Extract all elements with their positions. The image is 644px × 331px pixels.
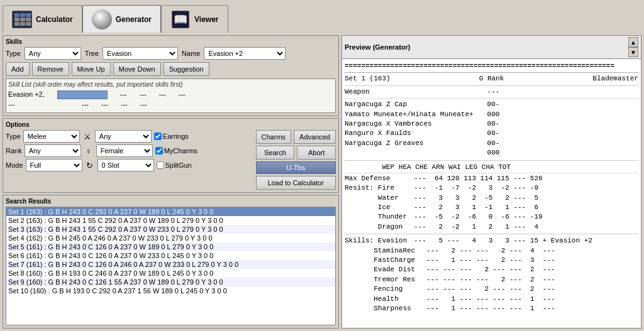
suggestion-button[interactable]: Suggestion [164, 62, 209, 76]
move-down-button[interactable]: Move Down [113, 62, 161, 76]
skill-name-2: --- [8, 100, 15, 108]
mycharms-checkbox[interactable] [155, 147, 163, 155]
skill-bar-1 [57, 90, 108, 99]
rank-label: Rank [6, 147, 22, 155]
options-any-dropdown[interactable]: Any [95, 130, 152, 143]
name-label: Name [182, 50, 200, 57]
options-type-dropdown[interactable]: Melee [23, 130, 80, 143]
skill-list-box: Skill List (skill order may affect resul… [6, 79, 336, 113]
calculator-icon [12, 9, 32, 30]
options-type-label: Type [6, 133, 21, 140]
tab-calculator-label: Calculator [36, 15, 73, 24]
type-label: Type [6, 50, 21, 57]
earrings-label: Earrings [163, 133, 189, 140]
remove-button[interactable]: Remove [32, 62, 69, 76]
skills-name-dropdown[interactable]: Evasion +2 [204, 47, 286, 60]
options-row1: Type Melee ⚔ Any Earrings [6, 130, 253, 143]
left-panel: Skills Type Any Tree Evasion Name Evasio… [3, 35, 339, 328]
abort-button[interactable]: Abort [297, 146, 336, 160]
result-row[interactable]: Set 2 (163) : G B H 243 1 55 C 292 0 A 2… [6, 216, 335, 225]
skill-dash4: --- [179, 90, 186, 99]
tree-label: Tree [85, 50, 99, 57]
options-row2: Rank Any ♀ Female MyCharms [6, 144, 253, 157]
preview-box: Preview (Generator) ▲ ▼ ================… [341, 35, 641, 328]
skills-buttons-row: Add Remove Move Up Move Down Suggestion [6, 62, 336, 76]
earrings-checkbox[interactable] [154, 133, 162, 140]
result-row[interactable]: Set 7 (161) : G B H 243 0 C 126 0 A 246 … [6, 260, 335, 269]
generator-icon [92, 9, 112, 30]
result-row[interactable]: Set 5 (161) : G B H 243 0 C 126 0 A 237 … [6, 242, 335, 251]
tab-calculator[interactable]: Calculator [3, 5, 82, 33]
skills-tree-dropdown[interactable]: Evasion [103, 47, 178, 60]
skill-list-header: Skill List (skill order may affect resul… [8, 81, 333, 88]
options-main: Type Melee ⚔ Any Earrings [6, 130, 336, 190]
mycharms-label: MyCharms [164, 147, 197, 155]
options-left-cols: Type Melee ⚔ Any Earrings [6, 130, 253, 190]
skills-type-dropdown[interactable]: Any [25, 47, 81, 60]
move-up-button[interactable]: Move Up [72, 62, 111, 76]
options-title: Options [6, 121, 336, 128]
preview-body: ========================================… [345, 62, 638, 313]
result-row[interactable]: Set 4 (162) : G B H 245 0 A 246 0 A 237 … [6, 234, 335, 242]
options-right: Charms Advanced Search Abort U-Tbs Load … [256, 130, 336, 190]
mode-dropdown[interactable]: Full [26, 159, 82, 171]
tab-viewer-label: Viewer [194, 15, 218, 24]
skill-dash3: --- [159, 90, 166, 99]
tab-generator-label: Generator [116, 15, 152, 24]
options-buttons-mid: Search Abort [256, 146, 336, 160]
viewer-icon: 📖 [170, 9, 191, 30]
slot-dropdown[interactable]: 0 Slot [97, 159, 154, 171]
right-panel: Preview (Generator) ▲ ▼ ================… [341, 35, 641, 328]
results-section: Search Results Set 1 (163) : G B H 243 0… [3, 195, 339, 328]
tab-bar: Calculator Generator 📖 Viewer [0, 0, 644, 33]
skill-entry-1: Evasion +2, --- --- --- --- [8, 90, 333, 100]
add-button[interactable]: Add [6, 62, 30, 76]
skill-name-1: Evasion +2, [8, 90, 45, 99]
result-row[interactable]: Set 10 (160) : G B H 193 0 C 292 0 A 237… [6, 286, 335, 295]
result-row[interactable]: Set 1 (163) : G B H 243 0 C 292 0 A 237 … [6, 207, 335, 216]
gender-dropdown[interactable]: Female [96, 144, 153, 157]
result-row[interactable]: Set 9 (160) : G B H 243 0 C 126 1 55 A 2… [6, 278, 335, 286]
splitgun-checkbox-label[interactable]: SplitGun [157, 161, 192, 169]
skill-dash5: --- [82, 100, 89, 108]
female-icon: ♀ [84, 146, 94, 156]
tab-viewer[interactable]: 📖 Viewer [161, 5, 228, 33]
skill-dash7: --- [121, 100, 128, 108]
skills-section: Skills Type Any Tree Evasion Name Evasio… [3, 35, 339, 116]
utbs-bar[interactable]: U-Tbs [256, 161, 336, 174]
skill-dash2: --- [140, 90, 147, 99]
preview-header: Preview (Generator) ▲ ▼ [342, 36, 641, 59]
result-row[interactable]: Set 8 (160) : G B H 193 0 C 246 0 A 237 … [6, 269, 335, 278]
load-to-calculator-button[interactable]: Load to Calculator [256, 176, 336, 190]
preview-title: Preview (Generator) [345, 43, 411, 51]
mycharms-checkbox-label[interactable]: MyCharms [155, 147, 197, 155]
skill-dash1: --- [120, 90, 127, 99]
charms-button[interactable]: Charms [256, 130, 292, 144]
rank-dropdown[interactable]: Any [25, 144, 81, 157]
scroll-down-btn[interactable]: ▼ [628, 47, 638, 57]
skill-dash8: --- [140, 100, 147, 108]
skill-entry-2: --- --- --- --- --- [8, 100, 333, 109]
splitgun-checkbox[interactable] [157, 161, 164, 169]
options-row3: Mode Full ↻ 0 Slot SplitGun [6, 159, 253, 171]
results-list[interactable]: Set 1 (163) : G B H 243 0 C 292 0 A 237 … [6, 207, 336, 325]
options-buttons-top: Charms Advanced [256, 130, 336, 144]
mode-label: Mode [6, 161, 23, 169]
earrings-checkbox-label[interactable]: Earrings [154, 133, 189, 140]
melee-icon: ⚔ [82, 131, 92, 141]
results-title: Search Results [6, 198, 336, 205]
scroll-up-btn[interactable]: ▲ [628, 37, 638, 47]
preview-content: ========================================… [342, 59, 641, 328]
skill-dash6: --- [101, 100, 108, 108]
arrow-icon: ↻ [85, 160, 95, 170]
search-button[interactable]: Search [256, 146, 295, 160]
result-row[interactable]: Set 6 (161) : G B H 243 0 C 126 0 A 237 … [6, 251, 335, 260]
options-section: Options Type Melee ⚔ Any [3, 118, 339, 193]
tab-generator[interactable]: Generator [82, 5, 161, 33]
skills-title: Skills [6, 38, 336, 45]
splitgun-label: SplitGun [165, 161, 192, 169]
main-content: Skills Type Any Tree Evasion Name Evasio… [0, 33, 644, 331]
skills-row1: Type Any Tree Evasion Name Evasion +2 [6, 47, 336, 60]
advanced-button[interactable]: Advanced [294, 130, 336, 144]
result-row[interactable]: Set 3 (163) : G B H 243 1 55 C 292 0 A 2… [6, 225, 335, 234]
